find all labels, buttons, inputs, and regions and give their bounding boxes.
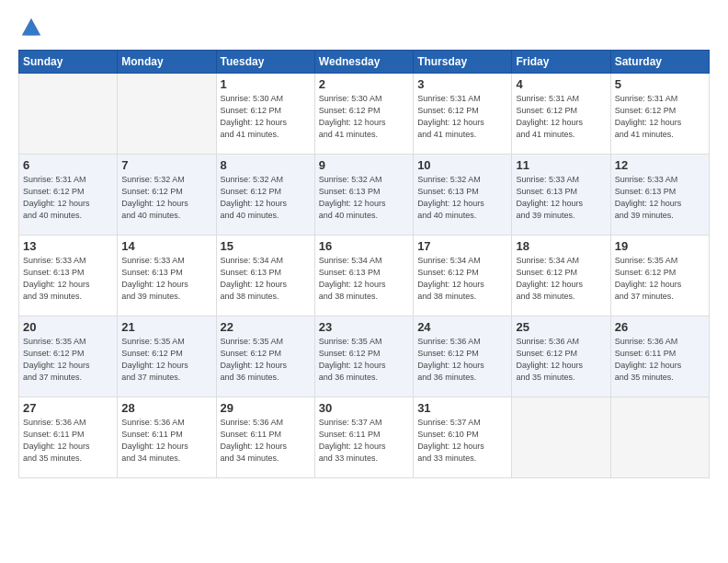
day-number: 4 [516, 77, 606, 91]
day-info: Sunrise: 5:33 AM Sunset: 6:13 PM Dayligh… [615, 174, 705, 222]
header [18, 15, 710, 40]
day-number: 12 [615, 158, 705, 172]
day-cell: 5Sunrise: 5:31 AM Sunset: 6:12 PM Daylig… [610, 74, 709, 155]
day-cell: 6Sunrise: 5:31 AM Sunset: 6:12 PM Daylig… [19, 155, 118, 236]
day-info: Sunrise: 5:33 AM Sunset: 6:13 PM Dayligh… [516, 174, 606, 222]
day-number: 11 [516, 158, 606, 172]
day-info: Sunrise: 5:37 AM Sunset: 6:10 PM Dayligh… [417, 417, 507, 465]
day-number: 19 [615, 239, 705, 253]
day-info: Sunrise: 5:32 AM Sunset: 6:13 PM Dayligh… [319, 174, 409, 222]
day-number: 23 [319, 320, 409, 334]
day-info: Sunrise: 5:37 AM Sunset: 6:11 PM Dayligh… [319, 417, 409, 465]
day-cell: 30Sunrise: 5:37 AM Sunset: 6:11 PM Dayli… [314, 397, 413, 478]
day-number: 21 [121, 320, 211, 334]
day-cell: 26Sunrise: 5:36 AM Sunset: 6:11 PM Dayli… [610, 316, 709, 397]
day-number: 18 [516, 239, 606, 253]
day-number: 30 [319, 401, 409, 415]
day-cell: 8Sunrise: 5:32 AM Sunset: 6:12 PM Daylig… [216, 155, 314, 236]
day-cell: 28Sunrise: 5:36 AM Sunset: 6:11 PM Dayli… [118, 397, 216, 478]
day-cell [19, 74, 118, 155]
day-number: 6 [23, 158, 113, 172]
day-cell: 14Sunrise: 5:33 AM Sunset: 6:13 PM Dayli… [118, 236, 216, 316]
day-cell: 12Sunrise: 5:33 AM Sunset: 6:13 PM Dayli… [610, 155, 709, 236]
day-cell: 27Sunrise: 5:36 AM Sunset: 6:11 PM Dayli… [19, 397, 118, 478]
day-number: 8 [221, 158, 311, 172]
day-info: Sunrise: 5:33 AM Sunset: 6:13 PM Dayligh… [23, 255, 113, 303]
week-row-2: 6Sunrise: 5:31 AM Sunset: 6:12 PM Daylig… [19, 155, 710, 236]
day-number: 13 [23, 239, 113, 253]
day-number: 10 [417, 158, 507, 172]
day-number: 27 [23, 401, 113, 415]
day-info: Sunrise: 5:30 AM Sunset: 6:12 PM Dayligh… [319, 93, 409, 141]
weekday-header-row: SundayMondayTuesdayWednesdayThursdayFrid… [19, 51, 710, 74]
weekday-header-monday: Monday [118, 51, 216, 74]
day-cell: 20Sunrise: 5:35 AM Sunset: 6:12 PM Dayli… [19, 316, 118, 397]
day-info: Sunrise: 5:34 AM Sunset: 6:12 PM Dayligh… [417, 255, 507, 303]
weekday-header-tuesday: Tuesday [216, 51, 314, 74]
day-info: Sunrise: 5:31 AM Sunset: 6:12 PM Dayligh… [615, 93, 705, 141]
day-number: 15 [221, 239, 311, 253]
day-cell: 22Sunrise: 5:35 AM Sunset: 6:12 PM Dayli… [216, 316, 314, 397]
day-cell: 4Sunrise: 5:31 AM Sunset: 6:12 PM Daylig… [512, 74, 610, 155]
calendar-table: SundayMondayTuesdayWednesdayThursdayFrid… [18, 50, 710, 478]
day-number: 5 [615, 77, 705, 91]
day-number: 14 [121, 239, 211, 253]
day-info: Sunrise: 5:32 AM Sunset: 6:12 PM Dayligh… [221, 174, 311, 222]
day-cell: 25Sunrise: 5:36 AM Sunset: 6:12 PM Dayli… [512, 316, 610, 397]
day-cell: 18Sunrise: 5:34 AM Sunset: 6:12 PM Dayli… [512, 236, 610, 316]
day-number: 17 [417, 239, 507, 253]
day-info: Sunrise: 5:35 AM Sunset: 6:12 PM Dayligh… [319, 336, 409, 384]
day-info: Sunrise: 5:34 AM Sunset: 6:13 PM Dayligh… [319, 255, 409, 303]
day-info: Sunrise: 5:35 AM Sunset: 6:12 PM Dayligh… [221, 336, 311, 384]
weekday-header-thursday: Thursday [414, 51, 512, 74]
day-cell [512, 397, 610, 478]
day-info: Sunrise: 5:32 AM Sunset: 6:12 PM Dayligh… [121, 174, 211, 222]
day-cell: 24Sunrise: 5:36 AM Sunset: 6:12 PM Dayli… [414, 316, 512, 397]
page: SundayMondayTuesdayWednesdayThursdayFrid… [0, 0, 728, 563]
day-cell: 2Sunrise: 5:30 AM Sunset: 6:12 PM Daylig… [314, 74, 413, 155]
weekday-header-saturday: Saturday [610, 51, 709, 74]
day-info: Sunrise: 5:35 AM Sunset: 6:12 PM Dayligh… [121, 336, 211, 384]
day-number: 3 [417, 77, 507, 91]
day-number: 24 [417, 320, 507, 334]
day-number: 9 [319, 158, 409, 172]
day-number: 7 [121, 158, 211, 172]
day-cell: 11Sunrise: 5:33 AM Sunset: 6:13 PM Dayli… [512, 155, 610, 236]
day-number: 22 [221, 320, 311, 334]
day-info: Sunrise: 5:30 AM Sunset: 6:12 PM Dayligh… [221, 93, 311, 141]
day-info: Sunrise: 5:31 AM Sunset: 6:12 PM Dayligh… [417, 93, 507, 141]
day-info: Sunrise: 5:34 AM Sunset: 6:13 PM Dayligh… [221, 255, 311, 303]
week-row-1: 1Sunrise: 5:30 AM Sunset: 6:12 PM Daylig… [19, 74, 710, 155]
day-cell: 23Sunrise: 5:35 AM Sunset: 6:12 PM Dayli… [314, 316, 413, 397]
day-info: Sunrise: 5:36 AM Sunset: 6:12 PM Dayligh… [516, 336, 606, 384]
day-info: Sunrise: 5:35 AM Sunset: 6:12 PM Dayligh… [23, 336, 113, 384]
day-cell [118, 74, 216, 155]
day-cell: 16Sunrise: 5:34 AM Sunset: 6:13 PM Dayli… [314, 236, 413, 316]
day-cell: 31Sunrise: 5:37 AM Sunset: 6:10 PM Dayli… [414, 397, 512, 478]
day-cell: 19Sunrise: 5:35 AM Sunset: 6:12 PM Dayli… [610, 236, 709, 316]
logo [18, 15, 48, 40]
day-number: 31 [417, 401, 507, 415]
day-info: Sunrise: 5:32 AM Sunset: 6:13 PM Dayligh… [417, 174, 507, 222]
week-row-3: 13Sunrise: 5:33 AM Sunset: 6:13 PM Dayli… [19, 236, 710, 316]
day-cell: 10Sunrise: 5:32 AM Sunset: 6:13 PM Dayli… [414, 155, 512, 236]
day-number: 1 [221, 77, 311, 91]
week-row-4: 20Sunrise: 5:35 AM Sunset: 6:12 PM Dayli… [19, 316, 710, 397]
day-info: Sunrise: 5:34 AM Sunset: 6:12 PM Dayligh… [516, 255, 606, 303]
day-cell: 15Sunrise: 5:34 AM Sunset: 6:13 PM Dayli… [216, 236, 314, 316]
day-info: Sunrise: 5:31 AM Sunset: 6:12 PM Dayligh… [516, 93, 606, 141]
day-info: Sunrise: 5:36 AM Sunset: 6:11 PM Dayligh… [23, 417, 113, 465]
day-cell: 13Sunrise: 5:33 AM Sunset: 6:13 PM Dayli… [19, 236, 118, 316]
day-cell [610, 397, 709, 478]
day-cell: 1Sunrise: 5:30 AM Sunset: 6:12 PM Daylig… [216, 74, 314, 155]
weekday-header-friday: Friday [512, 51, 610, 74]
day-info: Sunrise: 5:36 AM Sunset: 6:11 PM Dayligh… [121, 417, 211, 465]
day-cell: 9Sunrise: 5:32 AM Sunset: 6:13 PM Daylig… [314, 155, 413, 236]
day-number: 2 [319, 77, 409, 91]
day-cell: 17Sunrise: 5:34 AM Sunset: 6:12 PM Dayli… [414, 236, 512, 316]
day-number: 25 [516, 320, 606, 334]
week-row-5: 27Sunrise: 5:36 AM Sunset: 6:11 PM Dayli… [19, 397, 710, 478]
day-cell: 21Sunrise: 5:35 AM Sunset: 6:12 PM Dayli… [118, 316, 216, 397]
day-info: Sunrise: 5:36 AM Sunset: 6:12 PM Dayligh… [417, 336, 507, 384]
weekday-header-sunday: Sunday [19, 51, 118, 74]
